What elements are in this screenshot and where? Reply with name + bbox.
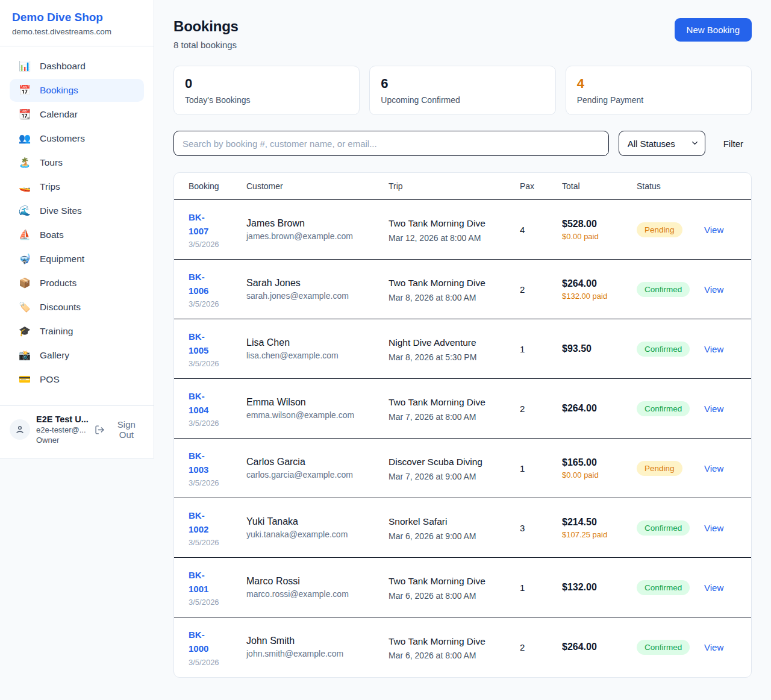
nav-label: Products [40,278,76,289]
status-select[interactable]: All Statuses [619,131,705,156]
trip-name: Two Tank Morning Dive [389,276,502,290]
col-header-status: Status [632,173,699,200]
paid-amount: $132.00 paid [562,292,617,301]
nav-label: Calendar [40,109,78,120]
shop-domain: demo.test.divestreams.com [12,27,142,36]
sidebar-item-dashboard[interactable]: 📊 Dashboard [10,55,144,78]
booking-date: 3/5/2026 [189,598,237,607]
stat-value: 4 [577,76,740,92]
customer-email: sarah.jones@example.com [246,291,379,301]
filter-button[interactable]: Filter [715,134,752,154]
booking-id-link[interactable]: BK-1006 [189,270,223,298]
pax-count: 2 [515,260,557,319]
trip-datetime: Mar 6, 2026 at 9:00 AM [389,531,510,541]
sign-out-icon [95,425,105,435]
user-box: E2E Test U... e2e-tester@... Owner Sign … [0,405,154,458]
view-link[interactable]: View [704,523,723,533]
view-link[interactable]: View [704,463,723,473]
trip-datetime: Mar 8, 2026 at 5:30 PM [389,352,510,362]
nav-icon: 🌊 [18,206,31,216]
stat-card-pending-payment: 4 Pending Payment [566,66,752,115]
nav-label: POS [40,374,60,385]
user-role: Owner [36,436,89,445]
col-header-actions [699,173,751,200]
table-row: BK-1001 3/5/2026 Marco Rossi marco.rossi… [174,558,751,617]
nav-label: Tours [40,157,63,168]
nav-icon: 📆 [18,110,31,119]
status-select-wrap: All Statuses [619,131,705,156]
sidebar-item-customers[interactable]: 👥 Customers [10,127,144,150]
sidebar-item-calendar[interactable]: 📆 Calendar [10,103,144,126]
booking-date: 3/5/2026 [189,359,237,368]
nav-icon: 📅 [18,86,31,95]
trip-datetime: Mar 8, 2026 at 8:00 AM [389,293,510,302]
search-input[interactable] [173,131,609,156]
status-badge: Confirmed [637,401,690,416]
sidebar-item-pos[interactable]: 💳 POS [10,368,144,391]
pax-count: 4 [515,200,557,260]
col-header-pax: Pax [515,173,557,200]
booking-id-link[interactable]: BK-1004 [189,389,223,417]
sidebar: Demo Dive Shop demo.test.divestreams.com… [0,0,154,458]
status-badge: Pending [637,222,682,237]
trip-name: Snorkel Safari [389,514,502,528]
booking-id-link[interactable]: BK-1001 [189,568,223,596]
stat-card-upcoming-confirmed: 6 Upcoming Confirmed [369,66,555,115]
view-link[interactable]: View [704,284,723,295]
sidebar-item-equipment[interactable]: 🤿 Equipment [10,248,144,270]
col-header-booking: Booking [174,173,242,200]
sidebar-item-training[interactable]: 🎓 Training [10,320,144,343]
stat-label: Pending Payment [577,95,740,105]
nav-label: Boats [40,230,64,240]
customer-name: John Smith [246,636,379,646]
user-icon [15,425,25,434]
total-amount: $264.00 [562,278,627,289]
booking-date: 3/5/2026 [189,299,237,308]
customer-name: Sarah Jones [246,278,379,289]
view-link[interactable]: View [704,583,723,593]
customer-email: carlos.garcia@example.com [246,470,379,480]
nav-icon: 🏷️ [18,302,31,312]
customer-name: Lisa Chen [246,337,379,348]
stat-label: Today's Bookings [185,95,348,105]
sidebar-item-trips[interactable]: 🚤 Trips [10,175,144,198]
nav-label: Dive Sites [40,205,82,216]
sidebar-item-dive-sites[interactable]: 🌊 Dive Sites [10,199,144,222]
sidebar-item-discounts[interactable]: 🏷️ Discounts [10,296,144,319]
sidebar-item-boats[interactable]: ⛵ Boats [10,223,144,246]
user-name: E2E Test U... [36,414,89,424]
customer-name: Emma Wilson [246,397,379,408]
filter-row: All Statuses Filter [173,131,752,156]
booking-id-link[interactable]: BK-1007 [189,210,223,239]
booking-date: 3/5/2026 [189,658,237,667]
nav-icon: 🤿 [18,254,31,264]
pax-count: 1 [515,319,557,379]
nav-icon: 🏝️ [18,158,31,167]
booking-id-link[interactable]: BK-1003 [189,449,223,477]
customer-email: yuki.tanaka@example.com [246,530,379,539]
bookings-table-card: Booking Customer Trip Pax Total Status B… [173,172,752,678]
sign-out-button[interactable]: Sign Out [95,419,144,440]
sidebar-item-gallery[interactable]: 📸 Gallery [10,344,144,367]
booking-id-link[interactable]: BK-1005 [189,330,223,358]
trip-name: Two Tank Morning Dive [389,574,502,588]
sidebar-item-tours[interactable]: 🏝️ Tours [10,151,144,174]
new-booking-button[interactable]: New Booking [675,18,752,42]
pax-count: 1 [515,558,557,617]
status-badge: Confirmed [637,342,690,357]
view-link[interactable]: View [704,225,723,235]
stat-card-todays-bookings: 0 Today's Bookings [173,66,360,115]
view-link[interactable]: View [704,404,723,414]
sidebar-item-bookings[interactable]: 📅 Bookings [10,79,144,102]
user-meta: E2E Test U... e2e-tester@... Owner [36,414,89,445]
customer-email: marco.rossi@example.com [246,589,379,599]
view-link[interactable]: View [704,344,723,354]
booking-id-link[interactable]: BK-1000 [189,628,223,656]
table-row: BK-1000 3/5/2026 John Smith john.smith@e… [174,617,751,677]
sidebar-item-products[interactable]: 📦 Products [10,272,144,295]
nav-icon: 📊 [18,61,31,71]
nav-icon: 👥 [18,134,31,143]
view-link[interactable]: View [704,642,723,652]
booking-date: 3/5/2026 [189,478,237,487]
booking-id-link[interactable]: BK-1002 [189,508,223,537]
